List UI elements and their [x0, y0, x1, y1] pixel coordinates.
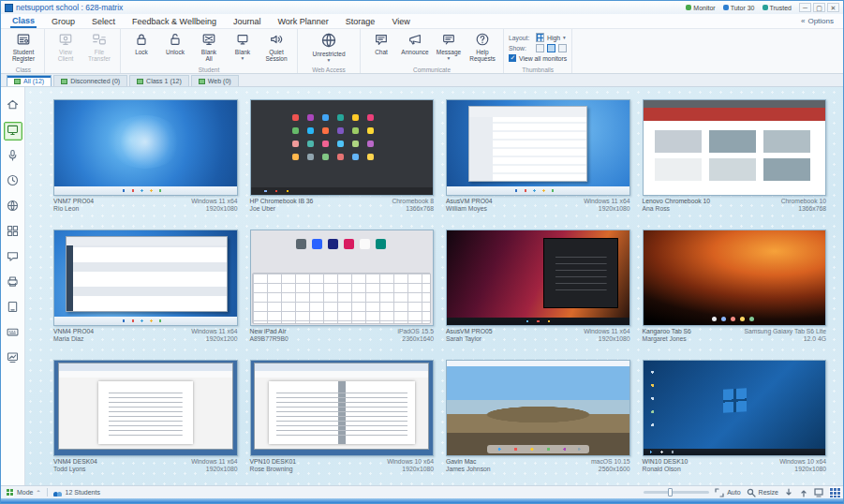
show-toggle-icon-1[interactable]	[536, 44, 544, 52]
student-meta-left: Gavin MacJames Johnson	[446, 458, 491, 474]
resize-toggle[interactable]: Resize	[747, 488, 778, 497]
sidebar-item-whiteboard[interactable]	[4, 349, 22, 368]
titlebar-status-label: Monitor	[693, 5, 715, 11]
student-meta-right: Windows 11 x641920x1080	[191, 458, 237, 474]
lock-button[interactable]: Lock	[126, 31, 157, 56]
blank-icon	[235, 32, 250, 49]
menu-item-group[interactable]: Group	[50, 16, 77, 27]
student-meta-left: Lenovo Chromebook 10Ana Ross	[643, 198, 711, 214]
globe-icon	[320, 32, 337, 51]
show-toggle-icon-3[interactable]	[558, 44, 567, 52]
sidebar-item-audio[interactable]	[4, 147, 22, 166]
student-screen	[54, 100, 237, 195]
tab-web-0-[interactable]: Web (0)	[191, 75, 239, 86]
student-resolution: 1920x1080	[387, 466, 434, 473]
tab-disconnected-0-[interactable]: Disconnected (0)	[53, 75, 127, 86]
mode-status[interactable]: Mode ⌃	[7, 489, 41, 497]
maximize-button[interactable]: ▢	[813, 3, 825, 12]
zoom-slider[interactable]	[644, 491, 709, 494]
layout-icon[interactable]	[814, 488, 823, 497]
sidebar-item-clock[interactable]	[4, 172, 22, 191]
options-menu[interactable]: « Options	[801, 17, 834, 25]
student-os: Chromebook 10	[781, 198, 826, 205]
blank-all-button[interactable]: Blank All	[193, 31, 225, 62]
student-machine-name: VNM7 PRO04	[53, 198, 94, 205]
student-screen	[54, 230, 237, 325]
checkbox-checked-icon[interactable]	[509, 54, 516, 62]
student-thumbnail[interactable]: VNM4 PRO04Maria DiazWindows 11 x641920x1…	[53, 230, 238, 351]
student-thumbnail[interactable]: VNM4 DESK04Todd LyonsWindows 11 x641920x…	[53, 360, 238, 482]
zoom-slider-knob[interactable]	[668, 488, 673, 497]
zoom-auto-toggle[interactable]: Auto	[715, 488, 740, 497]
student-meta-left: WIN10 DESK10Ronald Olson	[643, 458, 689, 474]
menu-item-class[interactable]: Class	[10, 15, 37, 28]
student-register-button[interactable]: Student Register	[7, 31, 39, 62]
ribbon-group-label: Thumbnails	[504, 67, 571, 73]
show-toggle-icon-2[interactable]	[547, 44, 555, 52]
menu-item-storage[interactable]: Storage	[344, 16, 378, 27]
student-thumbnail[interactable]: Gavin MacJames JohnsonmacOS 10.152560x16…	[446, 360, 630, 482]
ribbon-group-label: Communicate	[361, 67, 503, 73]
student-os: Chromebook 8	[392, 198, 434, 205]
chevron-down-icon[interactable]: ▾	[563, 37, 566, 39]
sidebar-item-typing[interactable]	[4, 324, 22, 343]
help-icon	[475, 32, 490, 49]
minimize-button[interactable]: ─	[799, 3, 811, 12]
student-thumbnail[interactable]: AsusVM PRO05Sarah TaylorWindows 11 x6419…	[446, 230, 630, 351]
unrestricted-button[interactable]: Unrestricted▾	[303, 31, 355, 62]
menu-item-work-planner[interactable]: Work Planner	[275, 16, 330, 27]
student-meta-left: VNM4 DESK04Todd Lyons	[53, 458, 97, 474]
student-machine-name: HP Chromebook IB 36	[250, 198, 314, 205]
menu-item-view[interactable]: View	[390, 16, 411, 27]
menu-item-journal[interactable]: Journal	[231, 16, 263, 27]
chevron-down-icon: ▾	[242, 57, 244, 60]
show-row: Show:	[509, 43, 567, 52]
close-button[interactable]: ✕	[827, 3, 839, 12]
student-thumbnail[interactable]: Lenovo Chromebook 10Ana RossChromebook 1…	[643, 99, 827, 221]
titlebar-status-item: Trusted	[763, 5, 792, 11]
student-thumbnail[interactable]: VPN10 DESK01Rose BrowningWindows 10 x641…	[250, 360, 435, 482]
student-os: Windows 11 x64	[584, 198, 629, 205]
student-thumbnail[interactable]: New iPad AirA89B77R9B0iPadOS 15.52360x16…	[250, 230, 435, 351]
tab-class-1-12-[interactable]: Class 1 (12)	[129, 75, 189, 86]
whiteboard-icon	[6, 350, 20, 368]
ribbon-button-label: View Client	[58, 50, 74, 63]
sidebar-item-home[interactable]	[4, 96, 22, 115]
student-thumbnail[interactable]: AsusVM PRO04William MoyesWindows 11 x641…	[446, 99, 630, 221]
student-thumbnail[interactable]: HP Chromebook IB 36Joe UberChromebook 81…	[250, 99, 435, 221]
sort-up-icon[interactable]	[799, 488, 808, 497]
monitor-badge-icon	[14, 79, 21, 84]
student-thumbnail[interactable]: WIN10 DESK10Ronald OlsonWindows 10 x6419…	[643, 360, 827, 482]
chat-button[interactable]: Chat	[365, 31, 397, 56]
sidebar-item-monitor[interactable]	[4, 122, 22, 141]
blank-button[interactable]: Blank▾	[227, 31, 259, 60]
chat-icon	[374, 32, 389, 49]
student-user-name: Joe Uber	[250, 205, 314, 213]
clock-icon	[6, 173, 20, 191]
apps-icon	[6, 224, 20, 242]
sidebar-item-chat[interactable]	[4, 248, 22, 267]
student-count: 12 Students	[53, 489, 100, 497]
unlock-button[interactable]: Unlock	[159, 31, 191, 56]
sidebar-item-apps[interactable]	[4, 223, 22, 242]
layout-grid-icon[interactable]	[536, 33, 544, 42]
message-button[interactable]: Message▾	[433, 31, 465, 60]
sidebar-item-globe[interactable]	[4, 198, 22, 216]
announce-button[interactable]: Announce	[399, 31, 431, 56]
tab-all-12-[interactable]: All (12)	[7, 75, 52, 86]
student-meta-left: VNM7 PRO04Rio Leon	[53, 198, 94, 214]
quiet-session-button[interactable]: Quiet Session	[260, 31, 292, 62]
student-thumbnail[interactable]: Kangaroo Tab S6Margaret JonesSamsung Gal…	[643, 230, 827, 351]
grid-view-corner-icon[interactable]	[829, 487, 841, 497]
menu-item-feedback-wellbeing[interactable]: Feedback & Wellbeing	[130, 16, 218, 27]
student-thumbnail[interactable]: VNM7 PRO04Rio LeonWindows 11 x641920x108…	[53, 99, 238, 221]
sidebar-item-device[interactable]	[4, 299, 22, 318]
tab-label: Web (0)	[208, 78, 231, 84]
menu-item-select[interactable]: Select	[90, 16, 117, 27]
sidebar-item-printer[interactable]	[4, 274, 22, 292]
sort-down-icon[interactable]	[784, 488, 793, 497]
layout-size-value[interactable]: High	[547, 35, 560, 41]
help-requests-button[interactable]: Help Requests	[466, 31, 498, 62]
student-meta-left: HP Chromebook IB 36Joe Uber	[250, 198, 314, 214]
student-resolution: 1366x768	[781, 205, 826, 213]
